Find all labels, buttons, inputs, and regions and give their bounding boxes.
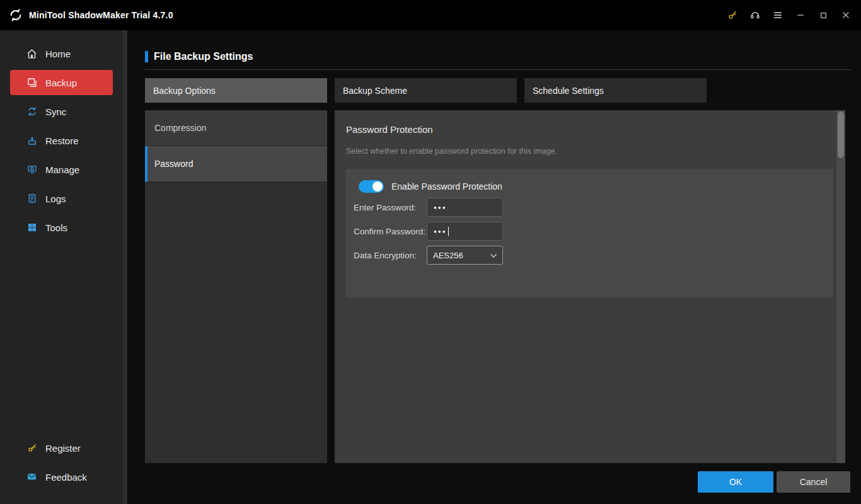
sidebar: Home Backup Sync — [0, 30, 127, 504]
app-window: MiniTool ShadowMaker Trial 4.7.0 — [0, 0, 861, 504]
sidebar-item-feedback[interactable]: Feedback — [0, 462, 123, 491]
confirm-password-label: Confirm Password: — [346, 227, 427, 236]
feedback-envelope-icon — [26, 472, 37, 483]
enable-password-toggle[interactable] — [359, 180, 384, 193]
toggle-label: Enable Password Protection — [391, 181, 502, 192]
sidebar-label: Register — [45, 443, 81, 454]
license-key-icon[interactable] — [721, 0, 744, 30]
tab-backup-options[interactable]: Backup Options — [145, 78, 327, 103]
tools-icon — [26, 222, 37, 233]
sidebar-label: Manage — [45, 164, 79, 175]
register-key-icon — [26, 443, 37, 454]
sidebar-label: Logs — [45, 193, 66, 204]
sidebar-label: Home — [45, 49, 71, 59]
menu-icon[interactable] — [766, 0, 789, 30]
sync-icon — [26, 106, 37, 117]
tab-schedule-settings[interactable]: Schedule Settings — [524, 78, 707, 103]
confirm-password-input[interactable]: ●●● — [427, 222, 503, 241]
sidebar-item-manage[interactable]: Manage — [0, 155, 123, 184]
password-protection-panel: Password Protection Select whether to en… — [335, 110, 836, 463]
minimize-button[interactable] — [789, 0, 812, 30]
sidebar-label: Feedback — [45, 472, 87, 483]
panel-description: Select whether to enable password protec… — [346, 147, 557, 156]
subnav-item-password[interactable]: Password — [145, 146, 327, 182]
sidebar-item-sync[interactable]: Sync — [0, 97, 123, 126]
sidebar-label: Sync — [45, 106, 66, 117]
logs-icon — [26, 193, 37, 204]
enter-password-label: Enter Password: — [346, 203, 427, 212]
sidebar-item-backup[interactable]: Backup — [10, 70, 113, 95]
panel-scrollbar[interactable] — [836, 110, 845, 463]
panel-title: Password Protection — [346, 124, 433, 135]
page-title: File Backup Settings — [154, 51, 253, 62]
header-separator — [145, 69, 851, 70]
sidebar-label: Restore — [45, 135, 79, 146]
scrollbar-thumb[interactable] — [838, 112, 844, 158]
restore-icon — [26, 135, 37, 146]
home-icon — [26, 49, 37, 59]
main-content: File Backup Settings Backup Options Back… — [127, 30, 861, 504]
confirm-password-row: Confirm Password: ●●● — [346, 222, 503, 241]
password-dots: ●●● — [434, 229, 447, 234]
sidebar-edge — [123, 30, 127, 504]
ok-button[interactable]: OK — [698, 471, 773, 493]
enter-password-input[interactable]: ●●● — [427, 198, 503, 217]
tab-backup-scheme[interactable]: Backup Scheme — [335, 78, 517, 103]
app-logo-icon — [8, 7, 24, 23]
sidebar-item-register[interactable]: Register — [0, 433, 123, 462]
sidebar-item-tools[interactable]: Tools — [0, 213, 123, 242]
data-encryption-select[interactable]: AES256 — [427, 246, 503, 265]
text-caret — [448, 227, 449, 236]
data-encryption-row: Data Encryption: AES256 — [346, 246, 503, 265]
enter-password-row: Enter Password: ●●● — [346, 198, 503, 217]
options-subnav: Compression Password — [145, 110, 327, 463]
backup-icon — [26, 77, 37, 88]
chevron-down-icon — [490, 251, 497, 260]
support-headset-icon[interactable] — [744, 0, 766, 30]
manage-icon — [26, 164, 37, 175]
page-header: File Backup Settings — [145, 51, 253, 62]
data-encryption-label: Data Encryption: — [346, 251, 427, 260]
sidebar-item-home[interactable]: Home — [0, 39, 123, 68]
app-title: MiniTool ShadowMaker Trial 4.7.0 — [29, 10, 173, 20]
maximize-button[interactable] — [812, 0, 835, 30]
sidebar-label: Backup — [45, 77, 77, 88]
titlebar: MiniTool ShadowMaker Trial 4.7.0 — [0, 0, 861, 30]
close-button[interactable] — [835, 0, 857, 30]
sidebar-label: Tools — [45, 222, 67, 233]
subnav-item-compression[interactable]: Compression — [145, 110, 327, 146]
sidebar-item-logs[interactable]: Logs — [0, 184, 123, 213]
selected-encryption-value: AES256 — [433, 251, 463, 260]
sidebar-item-restore[interactable]: Restore — [0, 126, 123, 155]
cancel-button[interactable]: Cancel — [777, 471, 850, 493]
password-dots: ●●● — [434, 205, 447, 210]
password-settings-box: Enable Password Protection Enter Passwor… — [346, 169, 833, 297]
toggle-knob — [373, 181, 383, 192]
title-accent-bar — [145, 51, 148, 62]
